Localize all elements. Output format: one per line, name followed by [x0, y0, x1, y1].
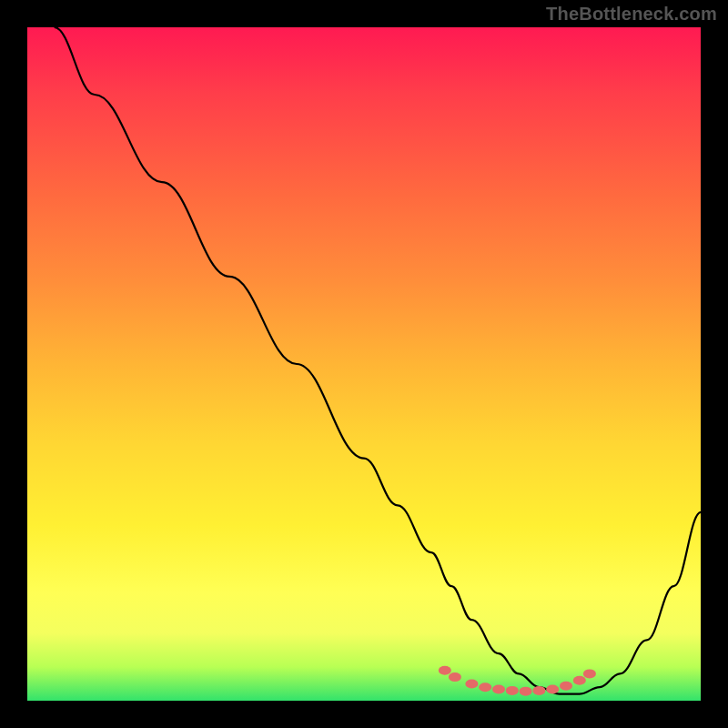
marker-dot — [492, 684, 505, 693]
marker-dot — [560, 682, 572, 691]
marker-dot — [439, 666, 451, 675]
chart-overlay — [27, 27, 701, 701]
marker-dot — [465, 680, 478, 689]
marker-dot — [479, 682, 491, 692]
marker-dot — [583, 669, 596, 678]
marker-dot — [573, 676, 586, 685]
marker-dot — [532, 686, 545, 695]
chart-root: TheBottleneck.com — [0, 0, 728, 728]
marker-dots — [439, 666, 596, 696]
marker-dot — [506, 686, 519, 695]
marker-dot — [520, 687, 532, 696]
plot-area — [27, 27, 701, 701]
marker-dot — [546, 684, 559, 693]
bottleneck-curve — [55, 27, 701, 694]
marker-dot — [449, 672, 461, 682]
watermark-text: TheBottleneck.com — [546, 4, 717, 25]
